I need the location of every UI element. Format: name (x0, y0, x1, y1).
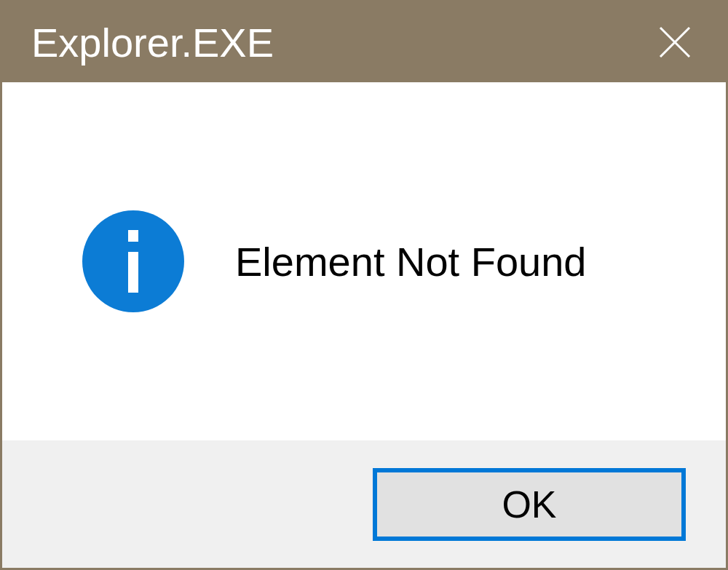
titlebar: Explorer.EXE (2, 2, 726, 82)
ok-button[interactable]: OK (373, 468, 686, 541)
button-area: OK (2, 440, 726, 568)
info-icon (82, 210, 184, 312)
dialog-message: Element Not Found (235, 238, 586, 285)
close-button[interactable] (646, 13, 704, 71)
message-box-dialog: Explorer.EXE Element Not Found OK (0, 0, 728, 570)
dialog-title: Explorer.EXE (31, 19, 274, 66)
close-icon (657, 25, 692, 60)
dialog-content: Element Not Found (2, 82, 726, 440)
